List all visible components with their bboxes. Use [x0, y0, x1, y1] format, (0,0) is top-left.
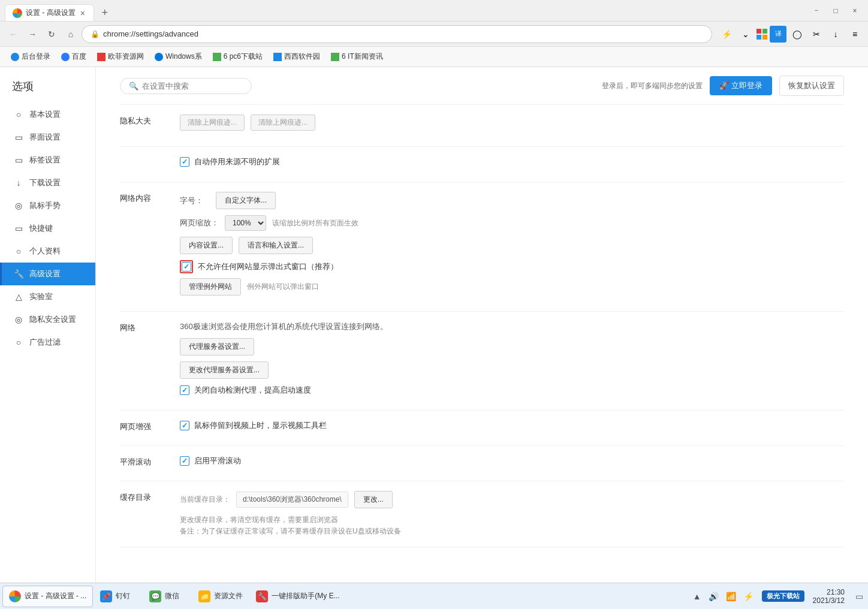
translate-icon[interactable]: 译	[770, 26, 786, 43]
bookmark-item-windows[interactable]: Windows系	[150, 49, 207, 64]
lightning-icon[interactable]: ⚡	[718, 26, 735, 43]
sidebar-item-privacy[interactable]: ◎ 隐私安全设置	[0, 308, 95, 331]
settings-top-bar: 🔍 登录后，即可多端同步您的设置 🚀 立即登录 恢复默认设置	[120, 67, 844, 105]
tray-icon-1[interactable]: ▲	[691, 590, 704, 602]
clear-history-button1[interactable]: 清除上网痕迹...	[180, 114, 245, 131]
search-bar[interactable]: 🔍	[120, 78, 252, 94]
font-button[interactable]: 自定义字体...	[216, 192, 276, 209]
title-bar: 设置 - 高级设置 × + － □ ×	[0, 0, 868, 22]
font-label: 字号：	[180, 195, 210, 206]
cache-label: 缓存目录	[120, 491, 180, 503]
sidebar-item-tabs[interactable]: ▭ 标签设置	[0, 149, 95, 171]
taskbar-wechat-label: 微信	[165, 591, 185, 601]
reload-button[interactable]: ↻	[43, 26, 60, 43]
taskbar-item-wechat[interactable]: 💬 微信	[143, 586, 191, 607]
cache-content: 当前缓存目录： d:\tools\360浏览器\360chrome\ 更改...…	[180, 491, 844, 537]
home-button[interactable]: ⌂	[62, 26, 79, 43]
auto-detect-checkbox[interactable]: ✓	[180, 385, 189, 395]
address-bar: ← → ↻ ⌂ 🔒 chrome://settings/advanced ⚡ ⌄…	[0, 22, 868, 47]
profile-icon: ○	[14, 246, 23, 256]
cache-note2: 备注：为了保证缓存正常读写，请不要将缓存目录设在U盘或移动设备	[180, 526, 844, 537]
network-row: 网络 360极速浏览器会使用您计算机的系统代理设置连接到网络。 代理服务器设置.…	[120, 312, 844, 411]
tab-favicon	[13, 8, 22, 18]
sidebar-item-profile[interactable]: ○ 个人资料	[0, 240, 95, 263]
user-icon[interactable]: ◯	[789, 26, 806, 43]
bookmark-item-it[interactable]: 6 IT新闻资讯	[326, 49, 388, 64]
tray-icon-2[interactable]: 🔊	[706, 590, 721, 602]
windows-icon[interactable]	[757, 29, 767, 40]
taskbar-item-files[interactable]: 📁 资源文件	[192, 586, 249, 607]
chevron-down-icon[interactable]: ⌄	[737, 26, 754, 43]
download-icon[interactable]: ↓	[827, 26, 844, 43]
bookmark-icon-baidu	[61, 53, 70, 61]
manage-exceptions-button[interactable]: 管理例外网站	[180, 278, 241, 296]
sidebar-item-lab[interactable]: △ 实验室	[0, 285, 95, 308]
login-button[interactable]: 🚀 立即登录	[710, 76, 772, 95]
smooth-scroll-content: ✓ 启用平滑滚动	[180, 456, 844, 471]
basic-icon: ○	[14, 110, 23, 119]
restore-defaults-button[interactable]: 恢复默认设置	[779, 76, 844, 96]
bookmark-item-denglu[interactable]: 后台登录	[6, 49, 55, 64]
video-toolbar-checkbox[interactable]: ✓	[180, 421, 189, 430]
active-tab[interactable]: 设置 - 高级设置 ×	[5, 4, 94, 21]
sidebar-item-adblock[interactable]: ○ 广告过滤	[0, 331, 95, 354]
forward-button[interactable]: →	[24, 26, 41, 43]
sidebar-item-mouse[interactable]: ◎ 鼠标手势	[0, 194, 95, 217]
smooth-checkbox[interactable]: ✓	[180, 456, 189, 466]
taskbar-item-dingding[interactable]: 📌 钉钉	[94, 586, 142, 607]
sidebar-item-download[interactable]: ↓ 下载设置	[0, 171, 95, 194]
show-desktop-icon[interactable]: ▭	[853, 590, 866, 602]
bookmark-icon-denglu	[11, 53, 19, 61]
smooth-checkmark: ✓	[182, 457, 188, 465]
bookmark-item-pc6[interactable]: 6 pc6下载站	[208, 49, 267, 64]
content-settings-button[interactable]: 内容设置...	[180, 237, 233, 254]
tray-icon-3[interactable]: 📶	[724, 590, 739, 602]
privacy-row: 隐私大夫 清除上网痕迹... 清除上网痕迹...	[120, 105, 844, 147]
taskbar-settings-label: 设置 - 高级设置 - ...	[25, 591, 86, 601]
settings-container: 选项 ○ 基本设置 ▭ 界面设置 ▭ 标签设置 ↓ 下载设置	[0, 67, 868, 583]
cache-change-button[interactable]: 更改...	[354, 491, 393, 508]
taskbar-item-settings[interactable]: 设置 - 高级设置 - ...	[2, 586, 93, 607]
sidebar-item-shortcut[interactable]: ▭ 快捷键	[0, 217, 95, 240]
privacy-content: 清除上网痕迹... 清除上网痕迹...	[180, 114, 844, 137]
address-input[interactable]: 🔒 chrome://settings/advanced	[82, 25, 712, 43]
minimize-button[interactable]: －	[808, 2, 825, 19]
system-tray: ▲ 🔊 📶 ⚡	[688, 590, 758, 602]
sidebar-item-ui[interactable]: ▭ 界面设置	[0, 126, 95, 149]
sidebar-item-basic[interactable]: ○ 基本设置	[0, 103, 95, 126]
bookmark-item-baidu[interactable]: 百度	[56, 49, 91, 64]
back-button[interactable]: ←	[5, 26, 22, 43]
advanced-icon: 🔧	[14, 269, 23, 279]
bookmark-item-xixi[interactable]: 西西软件园	[269, 49, 325, 64]
proxy-change-button[interactable]: 更改代理服务器设置...	[180, 361, 269, 379]
taskbar-files-icon: 📁	[198, 590, 210, 602]
close-button[interactable]: ×	[846, 2, 863, 19]
bookmark-item-oufei[interactable]: 欧菲资源网	[92, 49, 149, 64]
bookmark-icon-xixi	[273, 53, 282, 61]
zoom-row: 网页缩放： 100% 该缩放比例对所有页面生效	[180, 215, 844, 231]
tab-close-button[interactable]: ×	[79, 7, 86, 19]
new-tab-button[interactable]: +	[97, 4, 113, 21]
brand-label: 极光下载站	[767, 592, 800, 601]
search-icon: 🔍	[129, 82, 138, 91]
maximize-button[interactable]: □	[827, 2, 844, 19]
brand-logo[interactable]: 极光下载站	[762, 590, 804, 602]
extension-checkmark: ✓	[182, 158, 188, 166]
taskbar-item-typetools[interactable]: 🔧 一键排版助手(My E...	[250, 586, 345, 607]
extension-label	[120, 156, 180, 158]
clear-history-button2[interactable]: 清除上网痕迹...	[251, 114, 315, 131]
menu-icon[interactable]: ≡	[846, 26, 863, 43]
cache-current-label: 当前缓存目录：	[180, 495, 230, 505]
zoom-select[interactable]: 100%	[225, 215, 266, 231]
search-input[interactable]	[142, 82, 238, 91]
extension-checkbox[interactable]: ✓	[180, 157, 189, 167]
sidebar-item-advanced[interactable]: 🔧 高级设置	[0, 263, 95, 285]
popup-checkbox[interactable]: ✓	[182, 262, 191, 272]
language-settings-button[interactable]: 语言和输入设置...	[239, 237, 313, 254]
popup-manage-row: 管理例外网站 例外网站可以弹出窗口	[180, 278, 844, 296]
bookmarks-bar: 后台登录 百度 欧菲资源网 Windows系 6 pc6下载站 西西软件园 6 …	[0, 47, 868, 67]
tray-icon-4[interactable]: ⚡	[741, 590, 756, 602]
cut-icon[interactable]: ✂	[808, 26, 825, 43]
proxy-settings-button[interactable]: 代理服务器设置...	[180, 338, 254, 355]
taskbar-settings-icon	[9, 590, 21, 602]
